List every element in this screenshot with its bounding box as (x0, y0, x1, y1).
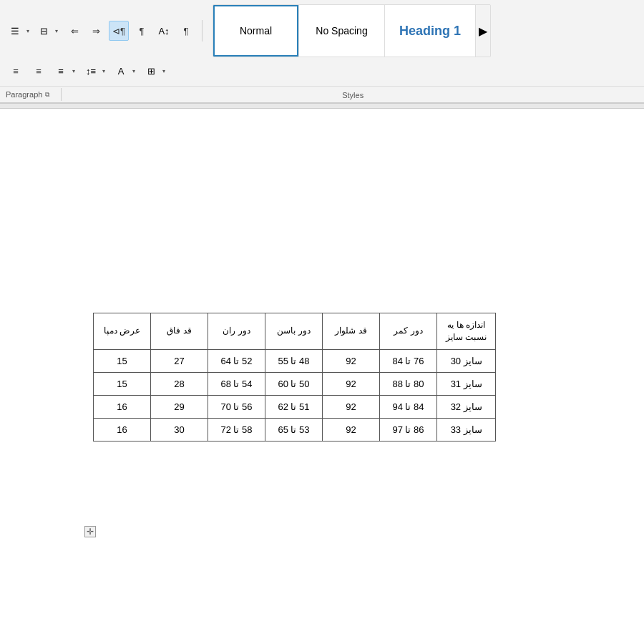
align-right-icon: ≡ (52, 61, 69, 81)
borders-dd-arrow: ▾ (160, 61, 168, 81)
show-formatting-btn[interactable]: ¶ (132, 21, 152, 41)
list-bullet-icon: ☰ (6, 21, 24, 41)
cell-1-0: سایز 31 (437, 372, 496, 395)
cell-1-2: 92 (323, 372, 380, 395)
cell-0-5: 27 (151, 349, 208, 372)
cell-3-4: 58 تا 72 (208, 418, 265, 441)
list-bullet-btn[interactable]: ☰ ▾ (6, 20, 33, 42)
align-center-btn[interactable]: ≡ (29, 61, 49, 81)
col-header-2: قد شلوار (323, 313, 380, 350)
styles-scroll-btn[interactable]: ▶ (476, 5, 490, 57)
cell-2-5: 29 (151, 395, 208, 418)
separator-1 (202, 20, 203, 42)
sort-icon: A↕ (155, 21, 172, 41)
cell-3-5: 30 (151, 418, 208, 441)
cell-1-6: 15 (94, 372, 151, 395)
styles-section-label: Styles (62, 88, 644, 101)
shading-dd-arrow: ▾ (130, 61, 138, 81)
align-dd-arrow: ▾ (69, 61, 78, 81)
cell-1-3: 50 تا 60 (265, 372, 323, 395)
style-no-spacing-btn[interactable]: No Spacing (299, 5, 385, 57)
paragraph-mark-icon: ¶ (140, 26, 145, 36)
table-row: سایز 3076 تا 849248 تا 5552 تا 642715 (94, 349, 496, 372)
cell-3-1: 86 تا 97 (380, 418, 437, 441)
decrease-indent-btn[interactable]: ⇐ (64, 21, 84, 41)
document-area: ✛ اندازه ها یهنسبت سایز دور کمر قد شلوار… (0, 313, 644, 644)
cell-0-3: 48 تا 55 (265, 349, 323, 372)
list-number-icon: ⊟ (35, 21, 52, 41)
align-left-btn[interactable]: ≡ (6, 61, 26, 81)
cell-2-3: 51 تا 62 (265, 395, 323, 418)
rtl-text-btn[interactable]: ⊲¶ (109, 21, 129, 41)
toolbar-footer: Paragraph ⧉ Styles (0, 86, 644, 102)
scroll-right-icon: ▶ (479, 24, 487, 38)
cell-3-3: 53 تا 65 (265, 418, 323, 441)
paragraph-section-label: Paragraph ⧉ (0, 88, 62, 101)
rtl-icon: ⊲¶ (112, 26, 125, 36)
cell-3-6: 16 (94, 418, 151, 441)
col-header-0: اندازه ها یهنسبت سایز (437, 313, 496, 350)
cell-1-1: 80 تا 88 (380, 372, 437, 395)
shading-icon: A (112, 61, 130, 81)
list-number-dd-arrow: ▾ (52, 21, 61, 41)
table-move-handle[interactable]: ✛ (84, 526, 96, 537)
cell-0-2: 92 (323, 349, 380, 372)
style-normal-label: Normal (240, 25, 272, 36)
toolbar-top-row: ☰ ▾ ⊟ ▾ ⇐ ⇒ ⊲¶ ¶ A↕ ¶ Norma (0, 0, 644, 59)
shading-btn[interactable]: A ▾ (112, 60, 139, 82)
line-spacing-btn[interactable]: ↕≡ ▾ (82, 60, 109, 82)
increase-indent-btn[interactable]: ⇒ (86, 21, 106, 41)
borders-btn[interactable]: ⊞ ▾ (142, 60, 169, 82)
cell-2-6: 16 (94, 395, 151, 418)
align-center-icon: ≡ (36, 66, 42, 77)
sort-btn[interactable]: A↕ (155, 20, 173, 42)
col-header-1: دور کمر (380, 313, 437, 350)
indent-buttons: ⇐ ⇒ (64, 21, 106, 41)
style-heading-label: Heading 1 (399, 24, 461, 39)
col-header-3: دور باسن (265, 313, 323, 350)
toolbar-bottom-row: ≡ ≡ ≡ ▾ ↕≡ ▾ A ▾ ⊞ ▾ (0, 59, 644, 86)
style-no-spacing-label: No Spacing (316, 25, 367, 36)
list-bullet-dd-arrow: ▾ (24, 21, 32, 41)
line-spacing-dd-arrow: ▾ (99, 61, 108, 81)
list-buttons: ☰ ▾ ⊟ ▾ (6, 20, 62, 42)
ruler-divider (0, 103, 644, 109)
cell-0-0: سایز 30 (437, 349, 496, 372)
cell-0-1: 76 تا 84 (380, 349, 437, 372)
list-number-btn[interactable]: ⊟ ▾ (34, 20, 62, 42)
style-normal-btn[interactable]: Normal (213, 5, 299, 57)
cell-1-4: 54 تا 68 (208, 372, 265, 395)
cell-3-2: 92 (323, 418, 380, 441)
col-header-6: عرض دمپا (94, 313, 151, 350)
cell-2-0: سایز 32 (437, 395, 496, 418)
para-icon: ¶ (184, 26, 189, 36)
cell-0-4: 52 تا 64 (208, 349, 265, 372)
paragraph-expand-icon[interactable]: ⧉ (45, 91, 49, 99)
paragraph-label: Paragraph (6, 90, 42, 99)
col-header-5: قد فاق (151, 313, 208, 350)
styles-label: Styles (342, 91, 364, 99)
align-right-btn[interactable]: ≡ ▾ (52, 60, 79, 82)
align-left-icon: ≡ (13, 66, 19, 77)
borders-icon: ⊞ (142, 61, 160, 81)
cell-3-0: سایز 33 (437, 418, 496, 441)
line-spacing-icon: ↕≡ (82, 61, 99, 81)
table-row: سایز 3284 تا 949251 تا 6256 تا 702916 (94, 395, 496, 418)
cell-2-4: 56 تا 70 (208, 395, 265, 418)
cell-2-2: 92 (323, 395, 380, 418)
col-header-4: دور ران (208, 313, 265, 350)
styles-panel: Normal No Spacing Heading 1 ▶ (213, 4, 491, 57)
toolbar: ☰ ▾ ⊟ ▾ ⇐ ⇒ ⊲¶ ¶ A↕ ¶ Norma (0, 0, 644, 103)
style-heading-btn[interactable]: Heading 1 (385, 5, 476, 57)
paragraph-mark-btn[interactable]: ¶ (176, 21, 196, 41)
cell-2-1: 84 تا 94 (380, 395, 437, 418)
table-row: سایز 3386 تا 979253 تا 6558 تا 723016 (94, 418, 496, 441)
cell-0-6: 15 (94, 349, 151, 372)
cell-1-5: 28 (151, 372, 208, 395)
data-table: اندازه ها یهنسبت سایز دور کمر قد شلوار د… (93, 313, 496, 441)
table-row: سایز 3180 تا 889250 تا 6054 تا 682815 (94, 372, 496, 395)
